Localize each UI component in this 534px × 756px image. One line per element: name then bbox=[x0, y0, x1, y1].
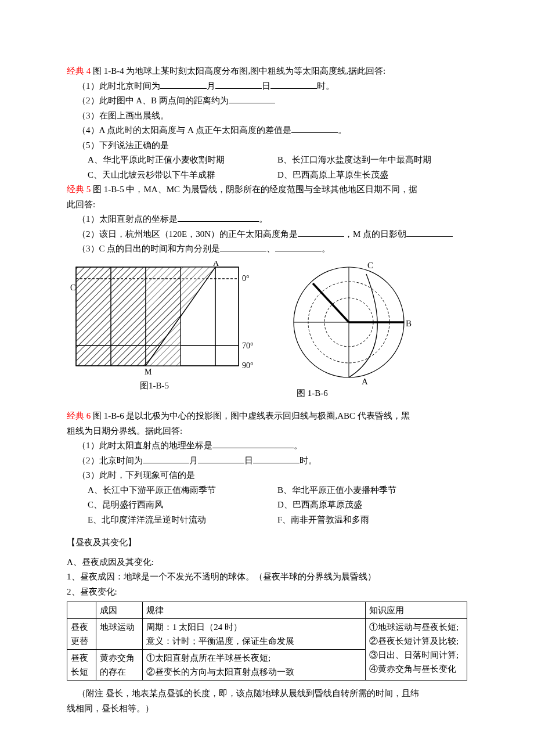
figures-row: A C M 0° 70° 90° 图1-B-5 C B A 图 1-B-6 bbox=[70, 261, 467, 401]
r2c1: 黄赤交角的存在 bbox=[96, 650, 143, 681]
q5-intro2: 此回答: bbox=[67, 197, 467, 213]
q6-1: （1）此时太阳直射点的地理坐标是。 bbox=[67, 438, 467, 453]
fig6-cap: 图 1-B-6 bbox=[279, 386, 430, 401]
blank[interactable] bbox=[275, 243, 322, 251]
svg-line-28 bbox=[313, 283, 349, 322]
note-1: （附注 昼长，地表某点昼弧的长度，即，该点随地球从晨线到昏线自转所需的时间，且纬 bbox=[67, 686, 467, 701]
q6-intro2: 粗线为日期分界线。据此回答: bbox=[67, 424, 467, 439]
blank[interactable] bbox=[215, 80, 262, 89]
q4-opts-row1: A、华北平原此时正值小麦收割时期B、长江口海水盐度达到一年中最高时期 bbox=[67, 153, 467, 168]
rc3: ①地球运动与昼夜长短;②昼夜长短计算及比较;③日出、日落时间计算;④黄赤交角与昼… bbox=[366, 619, 467, 681]
q4-optA[interactable]: A、华北平原此时正值小麦收割时期 bbox=[88, 153, 277, 168]
fig-1b6: C B A 图 1-B-6 bbox=[279, 261, 430, 401]
blank[interactable] bbox=[253, 455, 300, 463]
sec-1: 1、昼夜成因：地球是一个不发光不透明的球体。（昼夜半球的分界线为晨昏线） bbox=[67, 570, 467, 585]
deg0: 0° bbox=[242, 274, 250, 283]
q5-1: （1）太阳直射点的坐标是。 bbox=[67, 212, 467, 227]
labelA: A bbox=[362, 377, 368, 386]
r2c0: 昼夜长短 bbox=[67, 650, 96, 681]
blank[interactable] bbox=[220, 243, 266, 251]
blank[interactable] bbox=[298, 228, 344, 237]
blank[interactable] bbox=[143, 455, 189, 463]
q6-optA[interactable]: A、长江中下游平原正值梅雨季节 bbox=[88, 483, 277, 498]
th-app: 知识应用 bbox=[366, 602, 467, 619]
q5-intro: 经典 5 图 1-B-5 中，MA、MC 为晨昏线，阴影所在的经度范围与全球其他… bbox=[67, 182, 467, 197]
fig5-cap: 图1-B-5 bbox=[70, 379, 262, 394]
q6-optE[interactable]: E、北印度洋洋流呈逆时针流动 bbox=[88, 513, 277, 528]
q4-3: （3）在图上画出晨线。 bbox=[67, 109, 467, 124]
blank[interactable] bbox=[198, 455, 244, 463]
q6-opts-r3: E、北印度洋洋流呈逆时针流动F、南非开普敦温和多雨 bbox=[67, 513, 467, 528]
q6-opts-r2: C、昆明盛行西南风D、巴西高原草原茂盛 bbox=[67, 498, 467, 513]
knowledge-table: 成因 规律 知识应用 昼夜更替 地球运动 周期：1 太阳日（24 时）意义：计时… bbox=[67, 602, 467, 681]
labelC: C bbox=[70, 283, 75, 292]
q4-label: 经典 4 bbox=[67, 66, 91, 75]
fig-1b6-svg: C B A bbox=[279, 261, 430, 386]
section-title: 【昼夜及其变化】 bbox=[67, 535, 467, 550]
q4-1: （1）此时北京时间为月日时。 bbox=[67, 79, 467, 94]
q4-5: （5）下列说法正确的是 bbox=[67, 138, 467, 153]
q6-opts-r1: A、长江中下游平原正值梅雨季节B、华北平原正值小麦播种季节 bbox=[67, 483, 467, 498]
q6-label: 经典 6 bbox=[67, 411, 91, 420]
fig-1b5-svg: A C M 0° 70° 90° bbox=[70, 261, 262, 377]
deg70: 70° bbox=[242, 341, 254, 350]
q5-label: 经典 5 bbox=[67, 185, 91, 194]
sec-2: 2、昼夜变化: bbox=[67, 585, 467, 600]
q4-intro: 经典 4 图 1-B-4 为地球上某时刻太阳高度分布图,图中粗线为等太阳高度线,… bbox=[67, 64, 467, 79]
q6-optC[interactable]: C、昆明盛行西南风 bbox=[88, 498, 277, 513]
blank[interactable] bbox=[178, 213, 259, 222]
blank[interactable] bbox=[406, 228, 453, 237]
q4-optD[interactable]: D、巴西高原上草原生长茂盛 bbox=[277, 168, 467, 183]
fig-1b5: A C M 0° 70° 90° 图1-B-5 bbox=[70, 261, 262, 394]
blank[interactable] bbox=[160, 80, 207, 89]
labelM: M bbox=[145, 368, 152, 376]
q6-intro: 经典 6 图 1-B-6 是以北极为中心的投影图，图中虚线表示回归线与极圈,AB… bbox=[67, 409, 467, 424]
q4-opts-row2: C、天山北坡云杉带以下牛羊成群D、巴西高原上草原生长茂盛 bbox=[67, 168, 467, 183]
sec-A: A、昼夜成因及其变化: bbox=[67, 555, 467, 570]
blank[interactable] bbox=[291, 124, 338, 133]
blank[interactable] bbox=[229, 95, 275, 103]
labelB: B bbox=[406, 319, 412, 328]
th-blank bbox=[67, 602, 96, 619]
r1c2: 周期：1 太阳日（24 时）意义：计时；平衡温度，保证生命发展 bbox=[143, 619, 366, 650]
q4-optB[interactable]: B、长江口海水盐度达到一年中最高时期 bbox=[277, 153, 467, 168]
q4-4: （4）A 点此时的太阳高度与 A 点正午太阳高度的差值是。 bbox=[67, 123, 467, 138]
blank[interactable] bbox=[270, 80, 317, 89]
th-cause: 成因 bbox=[96, 602, 143, 619]
q6-optB[interactable]: B、华北平原正值小麦播种季节 bbox=[277, 483, 467, 498]
q6-optF[interactable]: F、南非开普敦温和多雨 bbox=[277, 513, 467, 528]
r2c2: ①太阳直射点所在半球昼长夜短;②昼变长的方向与太阳直射点移动一致 bbox=[143, 650, 366, 681]
r1c0: 昼夜更替 bbox=[67, 619, 96, 650]
th-rule: 规律 bbox=[143, 602, 366, 619]
q5-2: （2）该日，杭州地区（120E，30N）的正午太阳高度角是，M 点的日影朝 bbox=[67, 227, 467, 242]
labelA: A bbox=[213, 261, 219, 268]
q4-optC[interactable]: C、天山北坡云杉带以下牛羊成群 bbox=[88, 168, 277, 183]
note-2: 线相同，昼长相等。） bbox=[67, 701, 467, 717]
r1c1: 地球运动 bbox=[96, 619, 143, 650]
q6-2: （2）北京时间为月日时。 bbox=[67, 453, 467, 469]
deg90: 90° bbox=[242, 361, 254, 370]
labelC: C bbox=[367, 261, 373, 270]
q5-3: （3）C 点的日出的时间和方向分别是、。 bbox=[67, 242, 467, 257]
q4-2: （2）此时图中 A、B 两点间的距离约为 bbox=[67, 93, 467, 109]
blank[interactable] bbox=[212, 440, 294, 448]
q6-3: （3）此时，下列现象可信的是 bbox=[67, 468, 467, 483]
q6-optD[interactable]: D、巴西高原草原茂盛 bbox=[277, 498, 467, 513]
